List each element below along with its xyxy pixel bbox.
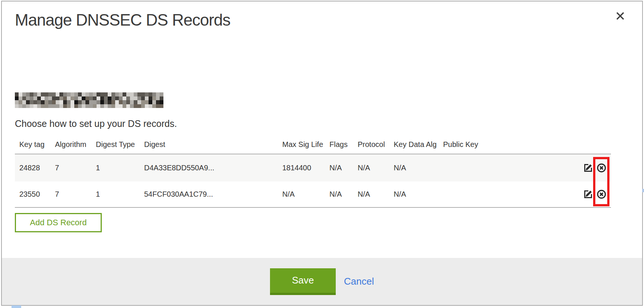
cell-actions [528,189,611,199]
manage-dnssec-dialog: Manage DNSSEC DS Records Choose how to s… [1,1,643,306]
cell-max-sig-life: N/A [282,190,329,199]
cell-max-sig-life: 1814400 [282,164,329,172]
delete-record-button[interactable] [596,189,606,199]
close-icon [616,12,625,20]
cell-digest: 54FCF030AA1C79... [144,190,282,199]
delete-icon [596,163,606,173]
table-body: 2482871D4A33E8DD550A9...1814400N/AN/AN/A… [15,154,611,208]
edit-record-button[interactable] [583,163,593,173]
column-header-flags: Flags [329,140,358,149]
column-header-digest: Digest [144,140,282,149]
cell-protocol: N/A [358,190,394,199]
cell-algorithm: 7 [55,164,96,172]
ds-records-table: Key tagAlgorithmDigest TypeDigestMax Sig… [15,137,611,208]
table-header-row: Key tagAlgorithmDigest TypeDigestMax Sig… [15,137,611,154]
background-fragment [12,305,21,308]
column-header-algorithm: Algorithm [55,140,96,149]
column-header-protocol: Protocol [358,140,394,149]
table-row: 2482871D4A33E8DD550A9...1814400N/AN/AN/A [15,154,611,181]
delete-icon [596,189,606,199]
cell-protocol: N/A [358,164,394,172]
cell-digest-type: 1 [96,164,144,172]
add-ds-record-button[interactable]: Add DS Record [15,213,102,232]
column-header-public-key: Public Key [443,140,528,149]
edit-icon [583,163,593,173]
cell-algorithm: 7 [55,190,96,199]
edit-icon [583,189,593,199]
instruction-text: Choose how to set up your DS records. [15,118,177,129]
close-button[interactable] [615,10,626,22]
cell-key-data-alg: N/A [394,164,443,172]
background-fragment [642,189,644,192]
cell-digest: D4A33E8DD550A9... [144,164,282,172]
dialog-title: Manage DNSSEC DS Records [15,10,230,30]
cell-digest-type: 1 [96,190,144,199]
save-button[interactable]: Save [270,268,336,295]
column-header-digest-type: Digest Type [96,140,144,149]
cell-key-tag: 23550 [15,190,55,199]
column-header-key-data-alg: Key Data Alg [394,140,443,149]
cancel-link[interactable]: Cancel [344,276,374,287]
column-header-max-sig-life: Max Sig Life [282,140,329,149]
dialog-footer: Save Cancel [2,258,642,305]
domain-name-redacted [15,92,163,108]
cell-key-tag: 24828 [15,164,55,172]
delete-record-button[interactable] [596,163,606,173]
cell-actions [528,163,611,173]
cell-flags: N/A [329,190,358,199]
table-row: 235507154FCF030AA1C79...N/AN/AN/AN/A [15,181,611,208]
cell-flags: N/A [329,164,358,172]
edit-record-button[interactable] [583,189,593,199]
cell-key-data-alg: N/A [394,190,443,199]
column-header-key-tag: Key tag [15,140,55,149]
